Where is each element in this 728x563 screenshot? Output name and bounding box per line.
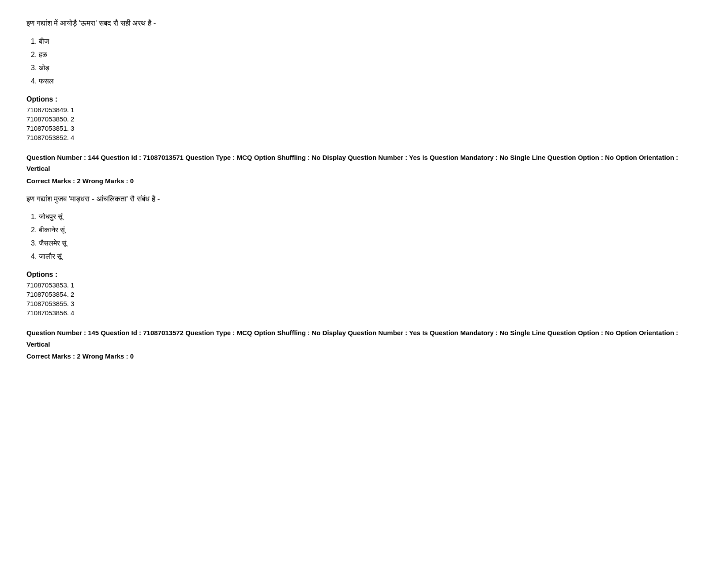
question-143-block: इण गद्यांश में आयोड़ै 'ऊमरा' सबद रौ सही …: [26, 18, 702, 141]
meta-143-block: Question Number : 144 Question Id : 7108…: [26, 152, 702, 185]
question-144-text: इण गद्यांश मुजब 'माड़धरा - आंचलिकता' रौ …: [26, 193, 702, 205]
question-143-text: इण गद्यांश में आयोड़ै 'ऊमरा' सबद रौ सही …: [26, 18, 702, 29]
option-id-144-4: 71087053856. 4: [26, 309, 702, 317]
option-id-144-3: 71087053855. 3: [26, 300, 702, 307]
list-item: 3. जैसलमेर सूं: [31, 238, 702, 249]
question-meta-143-line2: Correct Marks : 2 Wrong Marks : 0: [26, 177, 702, 185]
question-meta-144-line1: Question Number : 145 Question Id : 7108…: [26, 327, 702, 350]
question-144-block: इण गद्यांश मुजब 'माड़धरा - आंचलिकता' रौ …: [26, 193, 702, 317]
option-id-143-3: 71087053851. 3: [26, 125, 702, 132]
options-label-144: Options :: [26, 271, 702, 279]
option-id-144-2: 71087053854. 2: [26, 291, 702, 298]
list-item: 4. फसल: [31, 76, 702, 87]
option-id-143-4: 71087053852. 4: [26, 134, 702, 141]
question-meta-144-line2: Correct Marks : 2 Wrong Marks : 0: [26, 352, 702, 360]
list-item: 3. ओड़: [31, 63, 702, 73]
options-label-143: Options :: [26, 95, 702, 103]
meta-144-block: Question Number : 145 Question Id : 7108…: [26, 327, 702, 360]
question-143-options: 1. बीज 2. हळ 3. ओड़ 4. फसल: [26, 36, 702, 87]
list-item: 1. बीज: [31, 36, 702, 47]
option-id-143-1: 71087053849. 1: [26, 106, 702, 113]
list-item: 2. हळ: [31, 49, 702, 60]
list-item: 1. जोधपुर सूं: [31, 212, 702, 222]
list-item: 4. जालौर सूं: [31, 251, 702, 262]
option-id-143-2: 71087053850. 2: [26, 115, 702, 123]
question-meta-143-line1: Question Number : 144 Question Id : 7108…: [26, 152, 702, 174]
question-144-options: 1. जोधपुर सूं 2. बीकानेर सूं 3. जैसलमेर …: [26, 212, 702, 262]
option-id-144-1: 71087053853. 1: [26, 281, 702, 289]
list-item: 2. बीकानेर सूं: [31, 225, 702, 235]
